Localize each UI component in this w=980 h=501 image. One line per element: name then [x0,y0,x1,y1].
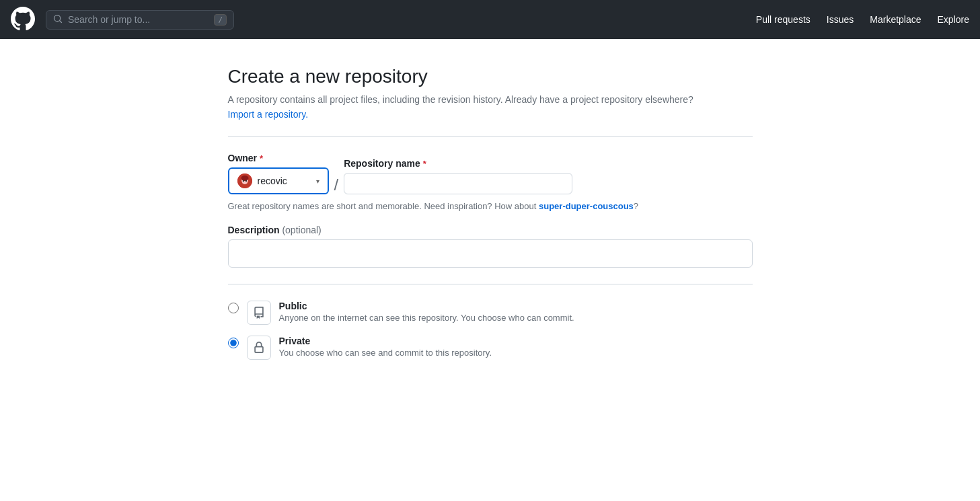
slash-separator: / [334,177,339,194]
private-text-wrap: Private You choose who can see and commi… [279,336,492,358]
search-placeholder-text: Search or jump to... [68,14,150,25]
repo-name-field-group: Repository name * [344,158,572,194]
owner-select-button[interactable]: recovic ▾ [228,167,329,194]
page-title: Create a new repository [228,66,753,87]
repo-name-required-star: * [423,159,426,169]
private-option[interactable]: Private You choose who can see and commi… [228,336,753,360]
page-subtitle: A repository contains all project files,… [228,94,753,105]
subtitle-text: A repository contains all project files,… [228,94,693,105]
visibility-section: Public Anyone on the internet can see th… [228,301,753,360]
inspiration-text: Great repository names are short and mem… [228,201,753,211]
divider-2 [228,284,753,284]
create-repo-form: Owner * recovic [228,153,753,360]
owner-required-star: * [260,153,263,163]
private-title: Private [279,336,492,346]
private-icon-wrap [247,336,271,360]
marketplace-link[interactable]: Marketplace [870,14,921,25]
description-label: Description (optional) [228,225,753,235]
explore-link[interactable]: Explore [938,14,969,25]
description-field-group: Description (optional) [228,225,753,268]
repo-name-input[interactable] [344,173,572,194]
public-option[interactable]: Public Anyone on the internet can see th… [228,301,753,325]
public-icon-wrap [247,301,271,325]
private-radio[interactable] [228,338,239,348]
owner-field-group: Owner * recovic [228,153,329,194]
owner-username: recovic [258,176,287,186]
search-bar[interactable]: Search or jump to... / [46,10,234,30]
search-icon [53,14,63,26]
nav-links: Pull requests Issues Marketplace Explore [756,14,969,25]
owner-label: Owner * [228,153,329,163]
chevron-down-icon: ▾ [316,178,319,185]
import-repository-link[interactable]: Import a repository. [228,109,309,120]
description-optional: (optional) [282,225,321,235]
private-desc: You choose who can see and commit to thi… [279,348,492,358]
inspiration-name-link[interactable]: super-duper-couscous [539,201,634,211]
public-radio[interactable] [228,303,239,313]
search-kbd: / [214,14,227,26]
svg-point-4 [245,180,246,182]
pull-requests-link[interactable]: Pull requests [756,14,811,25]
github-logo[interactable] [11,7,35,33]
nav-bar: Search or jump to... / Pull requests Iss… [0,0,980,39]
owner-avatar [237,174,252,188]
public-desc: Anyone on the internet can see this repo… [279,313,574,323]
public-title: Public [279,301,574,311]
public-text-wrap: Public Anyone on the internet can see th… [279,301,574,323]
repo-name-label: Repository name * [344,158,572,169]
issues-link[interactable]: Issues [827,14,854,25]
main-content: Create a new repository A repository con… [215,39,766,400]
svg-point-2 [241,176,248,181]
svg-point-3 [242,180,243,182]
divider-1 [228,136,753,137]
description-input[interactable] [228,239,753,268]
owner-repo-row: Owner * recovic [228,153,753,194]
